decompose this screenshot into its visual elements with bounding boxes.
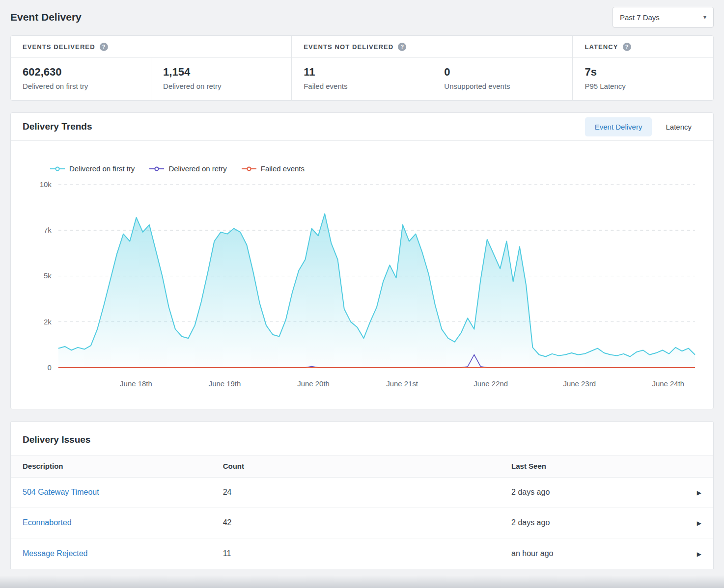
- help-icon[interactable]: ?: [100, 43, 108, 51]
- metric-value: 1,154: [163, 66, 279, 79]
- legend-item-first-try[interactable]: Delivered on first try: [50, 164, 135, 173]
- svg-text:5k: 5k: [44, 271, 52, 280]
- legend-item-failed[interactable]: Failed events: [242, 164, 305, 173]
- page-header: Event Delivery Past 7 Days ▾: [10, 0, 714, 35]
- issue-link[interactable]: Message Rejected: [23, 549, 88, 558]
- issue-count: 11: [223, 549, 231, 558]
- delivery-trends-chart: 02k5k7k10kJune 18thJune 19thJune 20thJun…: [22, 177, 702, 392]
- metric-label: Delivered on retry: [163, 82, 279, 90]
- metric-value: 602,630: [23, 66, 139, 79]
- trends-title: Delivery Trends: [23, 121, 92, 132]
- time-range-dropdown[interactable]: Past 7 Days ▾: [613, 7, 714, 27]
- issue-link[interactable]: 504 Gateway Timeout: [23, 488, 99, 496]
- chevron-right-icon[interactable]: ▶: [697, 551, 701, 558]
- legend-line-dot-icon: [242, 166, 256, 172]
- metric-unsupported-events: 0 Unsupported events: [432, 58, 572, 100]
- trends-header: Delivery Trends Event Delivery Latency: [11, 113, 713, 141]
- svg-text:June 18th: June 18th: [120, 379, 152, 388]
- issue-last-seen: 2 days ago: [511, 518, 550, 527]
- page-title: Event Delivery: [10, 11, 82, 23]
- stat-group-label: EVENTS DELIVERED: [23, 43, 95, 51]
- trends-tabs: Event Delivery Latency: [585, 117, 701, 136]
- svg-text:June 22nd: June 22nd: [473, 379, 508, 388]
- delivery-issues-card: Delivery Issues Description Count Last S…: [10, 421, 714, 569]
- chevron-right-icon[interactable]: ▶: [697, 520, 701, 527]
- metric-value: 0: [444, 66, 560, 79]
- issue-link[interactable]: Econnaborted: [23, 518, 72, 527]
- issue-count: 24: [223, 488, 232, 496]
- chevron-down-icon: ▾: [703, 14, 706, 21]
- legend-line-dot-icon: [149, 166, 164, 172]
- svg-text:2k: 2k: [44, 318, 52, 326]
- stat-group-events-delivered: EVENTS DELIVERED ? 602,630 Delivered on …: [11, 36, 291, 100]
- legend-label: Delivered on retry: [168, 164, 226, 173]
- column-header-description: Description: [23, 462, 223, 470]
- chevron-right-icon[interactable]: ▶: [697, 489, 701, 496]
- svg-text:June 20th: June 20th: [297, 379, 330, 388]
- stat-group-header: EVENTS DELIVERED ?: [11, 36, 291, 58]
- stat-group-events-not-delivered: EVENTS NOT DELIVERED ? 11 Failed events …: [291, 36, 572, 100]
- delivery-stats-card: EVENTS DELIVERED ? 602,630 Delivered on …: [10, 35, 714, 101]
- legend-label: Failed events: [261, 164, 305, 173]
- metric-label: Failed events: [304, 82, 420, 90]
- metric-delivered-first-try: 602,630 Delivered on first try: [11, 58, 151, 100]
- svg-text:0: 0: [48, 363, 52, 372]
- column-header-last-seen: Last Seen: [511, 462, 689, 470]
- issue-last-seen: an hour ago: [511, 549, 553, 558]
- table-row-econnaborted[interactable]: Econnaborted 42 2 days ago ▶: [11, 508, 713, 538]
- metric-failed-events: 11 Failed events: [292, 58, 432, 100]
- stat-group-latency: LATENCY ? 7s P95 Latency: [572, 36, 713, 100]
- svg-text:June 23rd: June 23rd: [563, 379, 596, 388]
- legend-label: Delivered on first try: [69, 164, 135, 173]
- delivery-trends-card: Delivery Trends Event Delivery Latency D…: [10, 112, 714, 409]
- table-row-504-gateway-timeout[interactable]: 504 Gateway Timeout 24 2 days ago ▶: [11, 478, 713, 508]
- stat-group-label: LATENCY: [585, 43, 618, 51]
- svg-text:10k: 10k: [40, 180, 52, 188]
- legend-line-dot-icon: [50, 166, 65, 172]
- page-bottom-fade: [0, 575, 724, 588]
- column-header-count: Count: [223, 462, 511, 470]
- metric-label: Unsupported events: [444, 82, 560, 90]
- svg-text:7k: 7k: [44, 226, 52, 234]
- stat-group-header: LATENCY ?: [573, 36, 713, 58]
- issues-title: Delivery Issues: [23, 434, 701, 445]
- table-row-message-rejected[interactable]: Message Rejected 11 an hour ago ▶: [11, 538, 713, 569]
- time-range-value: Past 7 Days: [620, 13, 660, 22]
- svg-text:June 21st: June 21st: [386, 379, 418, 388]
- issue-count: 42: [223, 518, 232, 527]
- trends-chart-area: Delivered on first try Delivered on retr…: [11, 141, 713, 409]
- tab-latency[interactable]: Latency: [656, 117, 701, 136]
- event-delivery-page: Event Delivery Past 7 Days ▾ EVENTS DELI…: [0, 0, 724, 569]
- legend-item-retry[interactable]: Delivered on retry: [149, 164, 226, 173]
- issues-table-header: Description Count Last Seen: [11, 455, 713, 478]
- metric-value: 7s: [585, 66, 701, 79]
- metric-label: P95 Latency: [585, 82, 701, 90]
- svg-text:June 24th: June 24th: [652, 379, 685, 388]
- metric-value: 11: [304, 66, 420, 79]
- tab-event-delivery[interactable]: Event Delivery: [585, 117, 652, 136]
- chart-legend: Delivered on first try Delivered on retr…: [50, 164, 702, 173]
- issue-last-seen: 2 days ago: [511, 488, 550, 496]
- metric-label: Delivered on first try: [23, 82, 139, 90]
- help-icon[interactable]: ?: [398, 43, 406, 51]
- help-icon[interactable]: ?: [623, 43, 631, 51]
- metric-delivered-retry: 1,154 Delivered on retry: [151, 58, 291, 100]
- metric-p95-latency: 7s P95 Latency: [573, 58, 713, 100]
- stat-group-header: EVENTS NOT DELIVERED ?: [292, 36, 572, 58]
- svg-text:June 19th: June 19th: [209, 379, 241, 388]
- stat-group-label: EVENTS NOT DELIVERED: [304, 43, 393, 51]
